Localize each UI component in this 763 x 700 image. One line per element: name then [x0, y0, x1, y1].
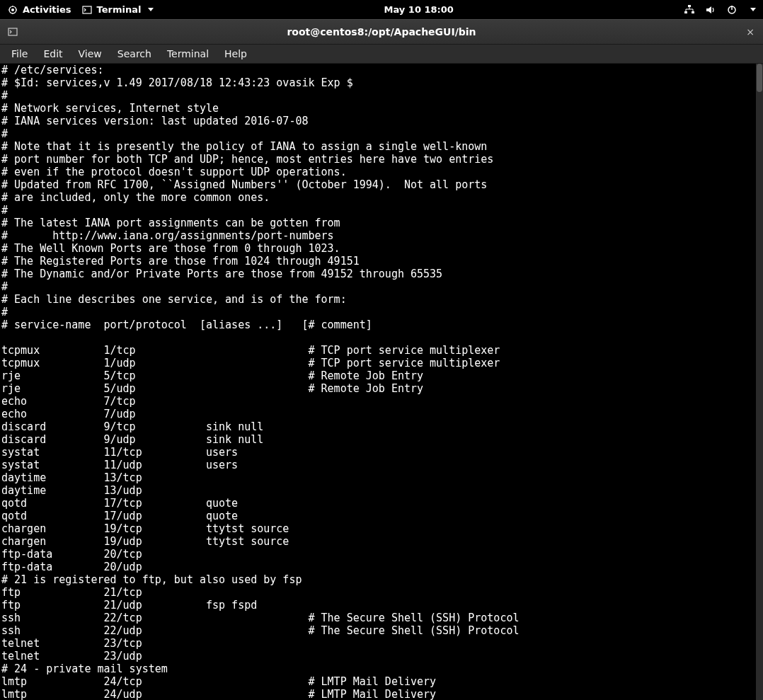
svg-rect-9 [692, 11, 694, 13]
topbar-left: Activities Terminal [7, 4, 154, 16]
terminal-icon [81, 4, 93, 16]
svg-rect-6 [83, 6, 91, 13]
terminal-icon [7, 26, 18, 38]
window-title: root@centos8:/opt/ApacheGUI/bin [20, 26, 743, 38]
menu-search[interactable]: Search [110, 46, 159, 62]
svg-rect-7 [688, 5, 691, 7]
activities-label: Activities [23, 4, 71, 15]
menu-terminal[interactable]: Terminal [160, 46, 216, 62]
scrollbar-thumb[interactable] [757, 64, 762, 92]
close-button[interactable]: × [743, 25, 757, 39]
chevron-down-icon [148, 8, 154, 11]
topbar-clock[interactable]: May 10 18:00 [154, 4, 684, 15]
datetime-label: May 10 18:00 [384, 4, 454, 15]
menu-help[interactable]: Help [217, 46, 254, 62]
chevron-down-icon[interactable] [750, 8, 756, 11]
app-menu-label: Terminal [97, 4, 142, 15]
svg-point-1 [11, 8, 14, 11]
menubar: File Edit View Search Terminal Help [0, 45, 763, 64]
menu-file[interactable]: File [4, 46, 35, 62]
activities-button[interactable]: Activities [7, 4, 71, 16]
window-titlebar[interactable]: root@centos8:/opt/ApacheGUI/bin × [0, 19, 763, 45]
scrollbar[interactable] [756, 64, 763, 700]
activities-icon [7, 4, 18, 16]
svg-rect-12 [8, 28, 17, 35]
gnome-topbar: Activities Terminal May 10 18:00 [0, 0, 763, 19]
close-icon: × [746, 26, 755, 38]
volume-icon[interactable] [705, 4, 716, 16]
titlebar-app-icon [6, 26, 20, 38]
network-icon[interactable] [684, 4, 695, 16]
menu-edit[interactable]: Edit [36, 46, 69, 62]
app-menu[interactable]: Terminal [81, 4, 154, 16]
terminal-content: # /etc/services: # $Id: services,v 1.49 … [1, 64, 520, 700]
terminal-viewport[interactable]: # /etc/services: # $Id: services,v 1.49 … [0, 64, 763, 700]
power-icon[interactable] [726, 4, 738, 16]
menu-view[interactable]: View [71, 46, 109, 62]
svg-rect-8 [684, 11, 687, 13]
topbar-right [684, 4, 756, 16]
